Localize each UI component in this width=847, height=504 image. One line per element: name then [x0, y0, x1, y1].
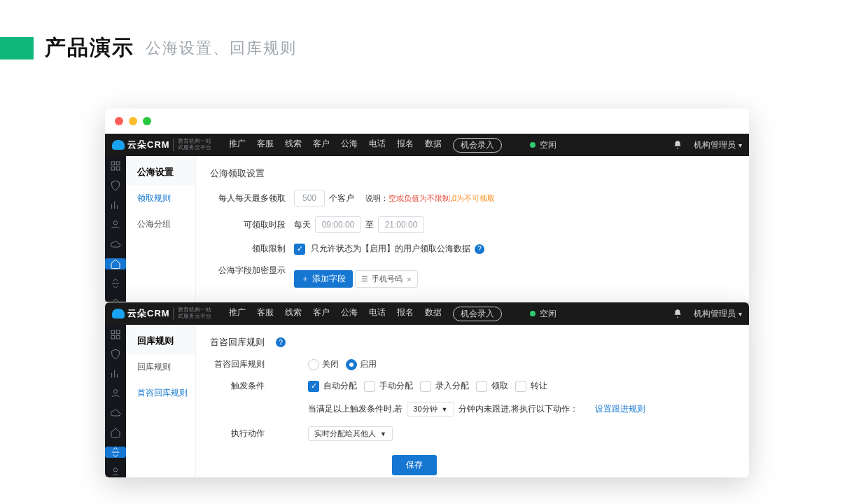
rail-dashboard-icon[interactable] [109, 329, 122, 340]
rail-dashboard-icon[interactable] [109, 160, 122, 172]
rail-chart-icon[interactable] [109, 368, 122, 379]
rail-chart-icon[interactable] [109, 200, 122, 211]
input-time-from[interactable] [315, 216, 361, 233]
text-prefix: 当满足以上触发条件时,若 [308, 403, 402, 415]
option-on[interactable]: 启用 [346, 358, 377, 370]
rail-home-icon[interactable] [105, 258, 126, 270]
rail-recycle-icon[interactable] [109, 278, 122, 289]
logo[interactable]: 云朵CRM 教育机构一站式服务云平台 [105, 307, 222, 320]
user-menu[interactable]: 机构管理员 ▾ [694, 308, 742, 320]
bell-icon[interactable] [673, 309, 682, 318]
trigger-entry[interactable]: 录入分配 [420, 380, 469, 392]
svg-rect-1 [116, 162, 120, 165]
trigger-transfer[interactable]: 转让 [515, 380, 547, 392]
minimize-icon[interactable] [129, 117, 137, 125]
sidebar-item-claim-rule[interactable]: 领取规则 [126, 186, 195, 211]
rail-more-icon[interactable] [109, 466, 122, 477]
rail-cloud-icon[interactable] [109, 239, 122, 250]
help-icon[interactable]: ? [475, 244, 484, 254]
bell-icon[interactable] [673, 140, 682, 150]
status-text: 空闲 [540, 139, 556, 151]
rail-shield-icon[interactable] [109, 180, 122, 191]
row-trigger: 触发条件 ✓自动分配 手动分配 录入分配 领取 转让 [210, 380, 735, 392]
label-encrypt: 公海字段加密显示 [210, 265, 294, 276]
sidebar-item-first-consult-rule[interactable]: 首咨回库规则 [126, 380, 195, 406]
maximize-icon[interactable] [143, 117, 151, 125]
rail-user-icon[interactable] [109, 388, 122, 399]
nav-pill-opportunity[interactable]: 机会录入 [453, 307, 502, 321]
nav-item[interactable]: 数据 [425, 138, 442, 153]
nav-item[interactable]: 线索 [285, 307, 302, 321]
checkbox-enabled-only[interactable]: ✓ [294, 244, 305, 255]
top-nav: 推广 客服 线索 客户 公海 电话 报名 数据 机会录入 [229, 307, 502, 321]
save-button[interactable]: 保存 [392, 455, 437, 475]
status-indicator[interactable]: 空闲 [530, 139, 556, 151]
nav-item[interactable]: 公海 [341, 138, 358, 153]
logo-subtext: 教育机构一站式服务云平台 [173, 307, 215, 320]
nav-item[interactable]: 客服 [257, 307, 274, 321]
nav-item[interactable]: 报名 [397, 307, 414, 321]
chevron-down-icon: ▾ [738, 310, 742, 318]
logo[interactable]: 云朵CRM 教育机构一站式服务云平台 [105, 139, 222, 151]
label-action: 执行动作 [210, 428, 273, 440]
row-daily-limit: 每人每天最多领取 个客户 说明：空或负值为不限制,0为不可领取 [210, 190, 735, 206]
nav-item[interactable]: 线索 [285, 138, 302, 153]
text-suffix: 分钟内未跟进,将执行以下动作： [458, 403, 578, 415]
content-title: 公海领取设置 [210, 163, 735, 190]
link-set-followup-rule[interactable]: 设置跟进规则 [595, 403, 645, 415]
plus-icon: ＋ [301, 273, 309, 285]
nav-item[interactable]: 客户 [313, 307, 330, 321]
page-title-main: 产品演示 [45, 34, 134, 62]
sidebar-title: 公海设置 [126, 156, 195, 186]
list-icon: ☰ [361, 274, 368, 284]
input-daily-limit[interactable] [294, 190, 325, 206]
label-time-range: 可领取时段 [210, 219, 294, 231]
add-field-button[interactable]: ＋添加字段 [294, 270, 353, 288]
remove-icon[interactable]: × [407, 275, 411, 284]
label-trigger: 触发条件 [210, 380, 273, 392]
close-icon[interactable] [115, 117, 123, 125]
accent-bar [0, 37, 34, 59]
rail-recycle-icon[interactable] [105, 447, 126, 458]
trigger-claim[interactable]: 领取 [476, 380, 508, 392]
nav-item[interactable]: 数据 [425, 307, 442, 321]
rail-home-icon[interactable] [109, 427, 122, 438]
status-indicator[interactable]: 空闲 [530, 308, 556, 320]
row-claim-limit: 领取限制 ✓ 只允许状态为【启用】的用户领取公海数据 ? [210, 243, 735, 255]
nav-item[interactable]: 报名 [397, 138, 414, 153]
select-action[interactable]: 实时分配给其他人▼ [308, 426, 393, 441]
nav-item[interactable]: 推广 [229, 307, 246, 321]
user-name: 机构管理员 [694, 139, 736, 151]
trigger-manual[interactable]: 手动分配 [364, 380, 413, 392]
sidebar-item-return-rule[interactable]: 回库规则 [126, 354, 195, 380]
nav-pill-opportunity[interactable]: 机会录入 [453, 138, 502, 153]
nav-item[interactable]: 电话 [369, 138, 386, 153]
row-condition-text: 当满足以上触发条件时,若 30分钟▼ 分钟内未跟进,将执行以下动作： 设置跟进规… [308, 402, 735, 416]
nav-item[interactable]: 客服 [257, 138, 274, 153]
rail-user-icon[interactable] [109, 219, 122, 230]
svg-rect-6 [111, 330, 115, 334]
trigger-auto[interactable]: ✓自动分配 [308, 380, 357, 392]
svg-point-11 [113, 468, 117, 472]
caret-down-icon: ▼ [380, 430, 386, 438]
svg-rect-2 [111, 167, 115, 170]
sidebar: 公海设置 领取规则 公海分组 [126, 156, 196, 302]
nav-item[interactable]: 客户 [313, 138, 330, 153]
sidebar-item-group[interactable]: 公海分组 [126, 211, 195, 237]
logo-text: 云朵CRM [127, 139, 170, 151]
user-menu[interactable]: 机构管理员 ▾ [694, 139, 742, 151]
nav-item[interactable]: 电话 [369, 307, 386, 321]
content-area: 首咨回库规则 ? 首咨回库规则 关闭 启用 触发条件 ✓自动分配 手动分配 录入… [196, 325, 749, 477]
option-off[interactable]: 关闭 [308, 358, 339, 370]
top-nav: 推广 客服 线索 客户 公海 电话 报名 数据 机会录入 [229, 138, 502, 153]
help-icon[interactable]: ? [276, 337, 286, 347]
select-minutes[interactable]: 30分钟▼ [407, 402, 454, 416]
nav-item[interactable]: 公海 [341, 307, 358, 321]
content-area: 公海领取设置 每人每天最多领取 个客户 说明：空或负值为不限制,0为不可领取 可… [196, 156, 749, 302]
nav-item[interactable]: 推广 [229, 138, 246, 153]
left-rail [105, 325, 126, 477]
input-time-to[interactable] [378, 216, 424, 233]
to-label: 至 [365, 219, 374, 231]
rail-shield-icon[interactable] [109, 349, 122, 360]
rail-cloud-icon[interactable] [109, 407, 122, 419]
